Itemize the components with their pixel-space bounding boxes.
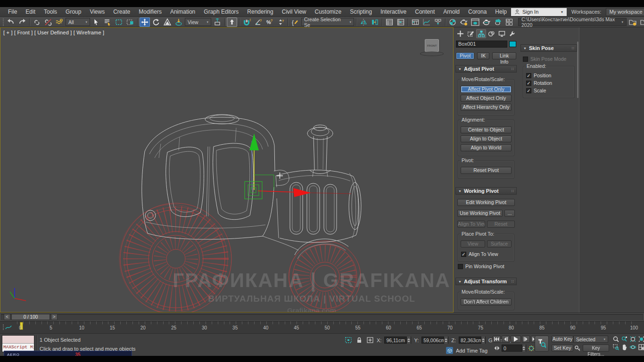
render-gallery-icon[interactable]: A (504, 17, 514, 27)
scene-explorer-icon[interactable] (384, 17, 395, 27)
time-slider-track[interactable] (1, 314, 643, 320)
rectangular-selection-icon[interactable] (114, 17, 124, 27)
menu-item[interactable]: Animation (166, 8, 199, 16)
menu-item[interactable]: Customize (311, 8, 346, 16)
material-editor-icon[interactable] (447, 17, 458, 27)
z-coordinate-field[interactable]: 82,363cm (459, 337, 486, 344)
scale-checkbox[interactable]: ✓ Scale (526, 88, 571, 93)
zoom-all-icon[interactable] (620, 336, 628, 343)
align-to-view-checkbox[interactable]: ✓ Align To View (461, 251, 511, 257)
selection-filter-dropdown[interactable]: All▾ (66, 18, 90, 26)
orbit-icon[interactable] (629, 344, 636, 351)
pin-working-pivot-checkbox[interactable]: Pin Working Pivot (458, 263, 514, 269)
object-color-swatch[interactable] (509, 41, 516, 47)
go-to-start-button[interactable] (493, 336, 501, 343)
frame-spinner[interactable] (522, 345, 526, 352)
reset-working-pivot-button[interactable]: Reset (487, 221, 515, 228)
menu-item[interactable]: Group (61, 8, 85, 16)
bind-spacewarp-icon[interactable] (54, 17, 65, 27)
reset-pivot-button[interactable]: Reset Pivot (461, 167, 512, 174)
workspace-dropdown[interactable]: My workspace ▾ (606, 8, 644, 16)
align-to-object-button[interactable]: Align to Object (461, 135, 512, 142)
align-to-world-button[interactable]: Align to World (461, 144, 512, 151)
edit-named-sets-icon[interactable]: { (290, 17, 300, 27)
rotation-checkbox[interactable]: ✓ Rotation (526, 80, 571, 86)
named-selection-set-dropdown[interactable]: Create Selection Se▾ (301, 18, 354, 26)
tab-modify[interactable] (466, 29, 476, 38)
rollout-header-adjust-pivot[interactable]: ▼ Adjust Pivot ∷ (455, 65, 517, 73)
viewcube[interactable]: FRONT (425, 39, 439, 52)
previous-frame-key-button[interactable] (502, 336, 510, 343)
next-frame-key-button[interactable] (522, 336, 530, 343)
layer-explorer-icon[interactable] (396, 17, 406, 27)
angle-snap-icon[interactable]: ? (253, 17, 263, 27)
menu-item[interactable]: Arnold (439, 8, 464, 16)
use-working-pivot-button[interactable]: Use Working Pivot (457, 210, 503, 217)
select-object-icon[interactable] (91, 17, 101, 27)
maxscript-mini-listener[interactable]: MAXScript Mi (2, 335, 34, 352)
rollout-header-adjust-transform[interactable]: ▼ Adjust Transform ∷ (455, 278, 517, 285)
play-button[interactable] (511, 336, 521, 343)
link-info-tab-button[interactable]: Link Info (492, 52, 516, 59)
window-crossing-icon[interactable] (125, 17, 135, 27)
absolute-offset-toggle-icon[interactable] (366, 337, 374, 344)
viewport-label[interactable]: [ + ] [ Front ] [ User Defined ] [ Wiref… (3, 30, 104, 35)
menu-item[interactable]: Scripting (346, 8, 376, 16)
rollout-header-working-pivot[interactable]: ▼ Working Pivot ∷ (455, 187, 517, 195)
x-spinner[interactable] (406, 337, 411, 344)
rendered-frame-window-icon[interactable] (470, 17, 480, 27)
pivot-tab-button[interactable]: Pivot (456, 52, 474, 59)
ribbon-toggle-icon[interactable] (410, 17, 421, 27)
position-checkbox[interactable]: ✓ Position (526, 73, 571, 78)
menu-item[interactable]: Help (491, 8, 511, 16)
reference-coordinate-dropdown[interactable]: View▾ (185, 18, 211, 26)
rotate-tool-button[interactable] (151, 17, 161, 27)
add-time-tag-label[interactable]: Add Time Tag (456, 348, 487, 354)
skin-pose-mode-checkbox[interactable]: Skin Pose Mode (523, 56, 575, 62)
mirror-icon[interactable] (358, 17, 369, 27)
menu-item[interactable]: File (4, 8, 21, 16)
y-coordinate-field[interactable]: 59,006cm (421, 337, 448, 344)
isolate-selection-icon[interactable] (344, 337, 352, 344)
selection-set-dropdown[interactable]: Selected ▾ (573, 336, 608, 343)
scale-tool-button[interactable] (162, 17, 173, 27)
toolbar-grip[interactable] (3, 18, 4, 26)
key-mode-toggle-icon[interactable] (573, 345, 581, 352)
undo-button[interactable] (6, 17, 16, 27)
spinner-snap-icon[interactable]: ? (275, 17, 286, 27)
zoom-extents-icon[interactable] (629, 336, 636, 343)
align-icon[interactable] (370, 17, 380, 27)
time-configuration-icon[interactable] (527, 345, 535, 352)
snaps-toggle-icon[interactable]: 3? (241, 17, 252, 27)
unlink-icon[interactable] (43, 17, 53, 27)
select-link-icon[interactable] (32, 17, 42, 27)
maximize-viewport-toggle-icon[interactable] (637, 344, 644, 351)
menu-item[interactable]: Civil View (278, 8, 311, 16)
render-setup-icon[interactable] (459, 17, 469, 27)
zoom-region-icon[interactable] (612, 344, 619, 351)
x-coordinate-field[interactable]: 96,11cm (384, 337, 411, 344)
render-production-icon[interactable] (481, 17, 492, 27)
curve-toggle-icon[interactable] (5, 324, 12, 330)
zoom-icon[interactable] (612, 336, 619, 343)
edit-working-pivot-button[interactable]: Edit Working Pivot (457, 199, 515, 206)
working-pivot-options-button[interactable]: ... (504, 210, 515, 217)
center-to-object-button[interactable]: Center to Object (461, 126, 512, 133)
pan-hand-icon[interactable] (620, 344, 628, 351)
current-frame-field[interactable]: 0 (502, 345, 526, 352)
tab-utilities[interactable] (507, 29, 517, 38)
selection-lock-icon[interactable] (355, 337, 363, 344)
move-tool-button[interactable] (140, 17, 150, 27)
menu-item[interactable]: Modifiers (134, 8, 166, 16)
affect-object-only-button[interactable]: Affect Object Only (461, 95, 512, 102)
menu-item[interactable]: Views (85, 8, 109, 16)
affect-hierarchy-only-button[interactable]: Affect Hierarchy Only (461, 104, 512, 111)
affect-pivot-only-button[interactable]: Affect Pivot Only (461, 86, 512, 93)
menu-item[interactable]: Tools (40, 8, 61, 16)
dont-affect-children-button[interactable]: Don't Affect Children (461, 298, 512, 305)
panel-scrollbar[interactable] (577, 41, 578, 98)
select-place-icon[interactable] (173, 17, 184, 27)
project-folder-icon[interactable] (627, 17, 638, 27)
tab-hierarchy[interactable] (476, 29, 486, 38)
align-to-view-button[interactable]: Align To View (457, 221, 485, 228)
